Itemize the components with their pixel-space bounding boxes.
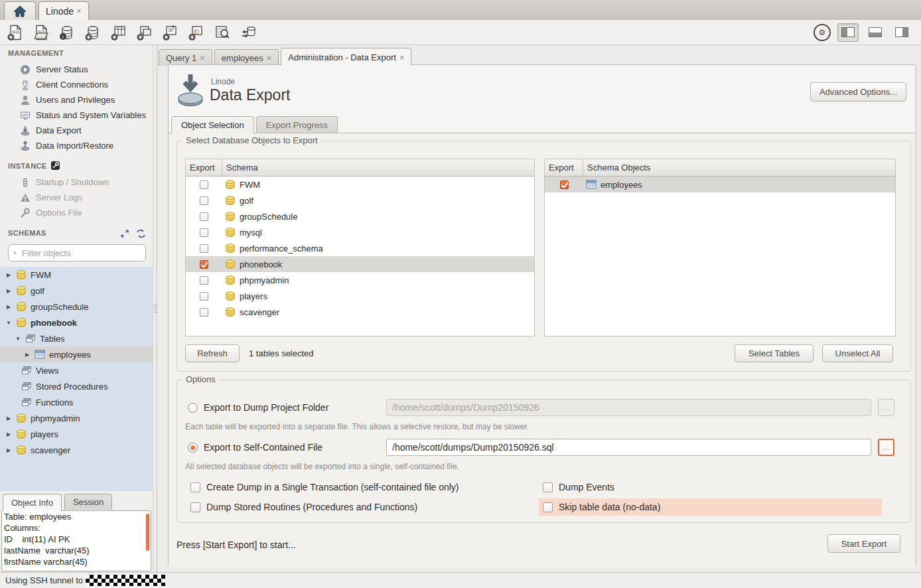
- tree-item-schema[interactable]: ▶golf: [0, 283, 153, 299]
- sidebar-item-client-connections[interactable]: Client Connections: [0, 77, 153, 92]
- tree-item-schema[interactable]: ▶scavenger: [0, 442, 153, 458]
- table-row[interactable]: groupSchedule: [186, 208, 534, 224]
- sidebar-item-server-status[interactable]: Server Status: [0, 62, 153, 77]
- export-checkbox[interactable]: [200, 228, 208, 237]
- open-sql-script-button[interactable]: SQL: [31, 23, 51, 42]
- advanced-options-button[interactable]: Advanced Options...: [810, 82, 906, 102]
- tree-item-stored-procedures-folder[interactable]: Stored Procedures: [0, 378, 153, 394]
- browse-file-button[interactable]: ...: [878, 439, 894, 456]
- inspect-database-button[interactable]: i: [57, 23, 77, 42]
- dump-folder-path-input[interactable]: [386, 399, 871, 416]
- chevron-down-icon[interactable]: ▼: [5, 320, 12, 326]
- table-row-selected[interactable]: employees: [545, 177, 895, 192]
- dump-stored-routines-row[interactable]: Dump Stored Routines (Procedures and Fun…: [190, 502, 417, 512]
- self-contained-radio-row[interactable]: Export to Self-Contained File: [188, 442, 322, 453]
- gear-icon[interactable]: ⚙: [814, 24, 831, 41]
- dump-events-row[interactable]: Dump Events: [543, 482, 614, 492]
- skip-table-data-checkbox[interactable]: [543, 502, 553, 512]
- create-schema-button[interactable]: [83, 23, 103, 42]
- tree-item-table-employees[interactable]: ▶employees: [0, 346, 153, 362]
- column-header-export[interactable]: Export: [186, 159, 222, 176]
- sidebar-item-startup-shutdown[interactable]: Startup / Shutdown: [0, 175, 153, 190]
- chevron-right-icon[interactable]: ▶: [5, 447, 12, 453]
- chevron-right-icon[interactable]: ▶: [5, 288, 12, 294]
- tree-item-tables-folder[interactable]: ▼Tables: [0, 331, 153, 346]
- sidebar-item-server-logs[interactable]: Server Logs: [0, 190, 153, 205]
- tree-item-views-folder[interactable]: Views: [0, 362, 153, 378]
- table-row[interactable]: golf: [186, 192, 534, 208]
- browse-folder-button[interactable]: ...: [878, 399, 894, 416]
- tab-object-selection[interactable]: Object Selection: [171, 116, 254, 133]
- chevron-right-icon[interactable]: ▶: [5, 431, 12, 437]
- table-row[interactable]: scavenger: [186, 304, 534, 320]
- chevron-right-icon[interactable]: ▶: [24, 352, 31, 358]
- export-checkbox[interactable]: [200, 196, 208, 205]
- single-transaction-row[interactable]: Create Dump in a Single Transaction (sel…: [190, 482, 459, 492]
- sidebar-item-data-export[interactable]: Data Export: [0, 123, 153, 138]
- tree-item-functions-folder[interactable]: Functions: [0, 394, 153, 410]
- new-query-tab-button[interactable]: SQL: [5, 23, 25, 42]
- select-tables-button[interactable]: Select Tables: [735, 344, 814, 362]
- table-row[interactable]: phpmyadmin: [186, 272, 534, 288]
- expand-schemas-icon[interactable]: [120, 229, 129, 238]
- export-checkbox[interactable]: [200, 292, 208, 301]
- search-table-data-button[interactable]: [212, 23, 232, 42]
- close-icon[interactable]: ×: [76, 6, 82, 16]
- tab-query-1[interactable]: Query 1×: [159, 49, 212, 66]
- column-header-export[interactable]: Export: [545, 159, 583, 176]
- sidebar-item-data-import[interactable]: Data Import/Restore: [0, 138, 153, 153]
- sidebar-splitter[interactable]: [153, 45, 157, 572]
- schema-filter-input[interactable]: [21, 248, 140, 259]
- toggle-left-sidebar-button[interactable]: [837, 23, 859, 42]
- create-view-button[interactable]: [135, 23, 155, 42]
- tab-administration-data-export[interactable]: Administration - Data Export×: [281, 48, 411, 66]
- reconnect-database-button[interactable]: [238, 23, 258, 42]
- table-row[interactable]: mysql: [186, 224, 534, 240]
- create-table-button[interactable]: [109, 23, 129, 42]
- dump-events-checkbox[interactable]: [543, 482, 553, 492]
- chevron-right-icon[interactable]: ▶: [5, 304, 12, 310]
- close-icon[interactable]: ×: [399, 52, 405, 62]
- dump-stored-routines-checkbox[interactable]: [190, 502, 200, 512]
- scrollbar-thumb[interactable]: [146, 514, 149, 551]
- sidebar-item-status-system-variables[interactable]: Status and System Variables: [0, 108, 153, 123]
- tree-item-schema-phonebook[interactable]: ▼phonebook: [0, 315, 153, 331]
- chevron-down-icon[interactable]: ▼: [15, 336, 21, 342]
- table-row-selected[interactable]: phonebook: [186, 256, 534, 272]
- table-row[interactable]: FWM: [186, 177, 534, 192]
- tab-object-info[interactable]: Object Info: [3, 494, 62, 511]
- sidebar-item-options-file[interactable]: Options File: [0, 205, 153, 220]
- export-checkbox[interactable]: [200, 212, 208, 221]
- unselect-all-button[interactable]: Unselect All: [822, 344, 893, 362]
- tree-item-schema[interactable]: ▶FWM: [0, 267, 153, 283]
- chevron-right-icon[interactable]: ▶: [5, 272, 12, 278]
- export-checkbox[interactable]: [200, 181, 208, 189]
- refresh-button[interactable]: Refresh: [185, 344, 240, 362]
- connection-tab[interactable]: Linode ×: [38, 1, 89, 20]
- export-checkbox[interactable]: [200, 244, 208, 253]
- chevron-right-icon[interactable]: ▶: [5, 415, 12, 421]
- tab-employees[interactable]: employees×: [214, 49, 279, 66]
- single-transaction-checkbox[interactable]: [190, 482, 200, 492]
- tree-item-schema[interactable]: ▶phpmyadmin: [0, 410, 153, 426]
- close-icon[interactable]: ×: [267, 53, 272, 63]
- tab-export-progress[interactable]: Export Progress: [256, 116, 338, 133]
- radio-self-contained-file[interactable]: [188, 443, 198, 453]
- refresh-schemas-icon[interactable]: [136, 229, 146, 238]
- start-export-button[interactable]: Start Export: [827, 534, 900, 553]
- tab-session[interactable]: Session: [64, 494, 112, 510]
- home-tab[interactable]: [4, 1, 36, 20]
- export-checkbox[interactable]: [200, 260, 208, 269]
- sidebar-item-users-privileges[interactable]: Users and Privileges: [0, 92, 153, 108]
- toggle-right-sidebar-button[interactable]: [892, 24, 912, 41]
- export-checkbox[interactable]: [200, 308, 208, 317]
- table-row[interactable]: players: [186, 288, 534, 304]
- create-function-button[interactable]: f(): [186, 23, 206, 42]
- radio-dump-project-folder[interactable]: [188, 403, 198, 413]
- tree-item-schema[interactable]: ▶players: [0, 426, 153, 442]
- table-row[interactable]: performance_schema: [186, 240, 534, 256]
- self-contained-path-input[interactable]: [386, 439, 871, 456]
- tree-item-schema[interactable]: ▶groupSchedule: [0, 299, 153, 315]
- export-checkbox[interactable]: [200, 276, 208, 285]
- create-procedure-button[interactable]: [161, 23, 180, 42]
